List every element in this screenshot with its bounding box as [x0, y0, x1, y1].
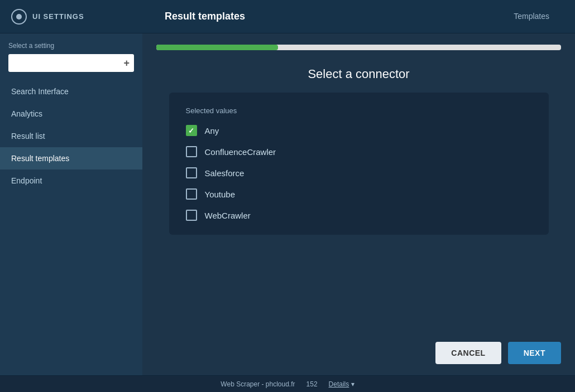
progress-bar-fill [156, 45, 278, 50]
connector-item-salesforce[interactable]: Salesforce [186, 167, 532, 178]
connector-label-youtube: Youtube [205, 190, 236, 199]
connector-box: Selected values ✓ Any ConfluenceCrawler … [169, 93, 549, 235]
main-layout: Select a setting + Search Interface Anal… [0, 33, 575, 375]
select-setting-label: Select a setting [0, 42, 142, 54]
sidebar-item-search-interface[interactable]: Search Interface [0, 80, 142, 103]
page-title: Result templates [165, 11, 245, 22]
checkbox-any[interactable]: ✓ [186, 125, 197, 136]
section-title: Select a connector [156, 67, 561, 81]
checkbox-salesforce[interactable] [186, 167, 197, 178]
buttons-area: CANCEL NEXT [156, 325, 561, 364]
sidebar-item-result-templates[interactable]: Result templates [0, 147, 142, 170]
header-right: Templates [505, 7, 564, 26]
progress-bar-container [156, 45, 561, 50]
app-title: UI SETTINGS [32, 12, 84, 21]
sidebar-item-endpoint[interactable]: Endpoint [0, 170, 142, 192]
connector-item-youtube[interactable]: Youtube [186, 188, 532, 200]
selected-values-label: Selected values [186, 107, 532, 115]
header: UI SETTINGS Result templates Templates [0, 0, 575, 33]
connector-item-any[interactable]: ✓ Any [186, 125, 532, 136]
checkmark-any: ✓ [188, 127, 194, 134]
connector-item-webcrawler[interactable]: WebCrawler [186, 210, 532, 221]
content-area: Select a connector Selected values ✓ Any… [142, 33, 575, 375]
connector-label-confluence: ConfluenceCrawler [205, 147, 276, 157]
gear-icon [11, 9, 27, 25]
checkbox-confluence[interactable] [186, 146, 197, 157]
sidebar-item-result-list[interactable]: Result list [0, 125, 142, 147]
header-center: Result templates [154, 11, 505, 22]
header-left: UI SETTINGS [11, 9, 154, 25]
status-bar: Web Scraper - phcloud.fr 152 Details ▾ [0, 375, 575, 392]
cancel-button[interactable]: CANCEL [435, 342, 501, 364]
checkbox-webcrawler[interactable] [186, 210, 197, 221]
connector-label-salesforce: Salesforce [205, 168, 245, 178]
connector-item-confluence[interactable]: ConfluenceCrawler [186, 146, 532, 157]
connector-label-webcrawler: WebCrawler [205, 211, 251, 220]
status-text: Web Scraper - phcloud.fr 152 Details ▾ [11, 380, 564, 388]
sidebar-item-analytics[interactable]: Analytics [0, 103, 142, 125]
checkbox-youtube[interactable] [186, 188, 197, 200]
tab-templates[interactable]: Templates [505, 7, 558, 26]
gear-inner [16, 14, 22, 20]
connector-label-any: Any [205, 126, 219, 135]
select-setting-input[interactable]: + [8, 54, 134, 72]
sidebar: Select a setting + Search Interface Anal… [0, 33, 142, 375]
add-setting-button[interactable]: + [123, 58, 130, 68]
next-button[interactable]: NEXT [508, 342, 561, 364]
